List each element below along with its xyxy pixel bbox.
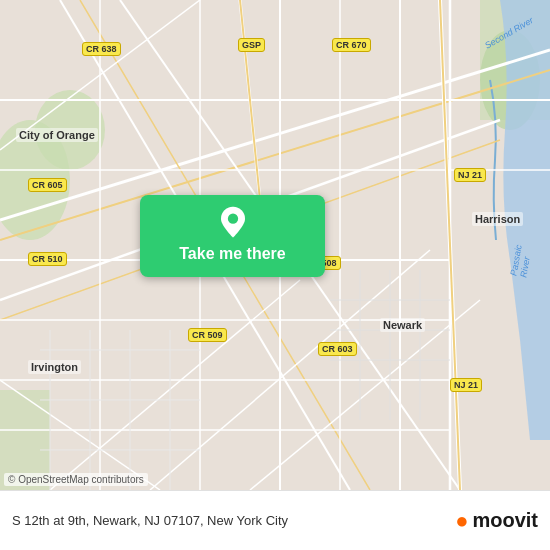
city-label-newark: Newark <box>380 318 425 332</box>
moovit-logo: ● moovit <box>455 509 538 532</box>
road-label-cr670: CR 670 <box>332 38 371 52</box>
city-label-irvington: Irvington <box>28 360 81 374</box>
road-label-cr605: CR 605 <box>28 178 67 192</box>
road-label-gsp: GSP <box>238 38 265 52</box>
moovit-dot: ● <box>455 510 468 532</box>
osm-attribution: © OpenStreetMap contributors <box>4 473 148 486</box>
road-label-cr510: CR 510 <box>28 252 67 266</box>
button-label: Take me there <box>179 245 285 263</box>
road-label-cr603: CR 603 <box>318 342 357 356</box>
road-label-nj21-bot: NJ 21 <box>450 378 482 392</box>
road-label-nj21-top: NJ 21 <box>454 168 486 182</box>
road-label-cr638: CR 638 <box>82 42 121 56</box>
moovit-text: moovit <box>472 509 538 532</box>
city-label-orange: City of Orange <box>16 128 98 142</box>
bottom-bar: S 12th at 9th, Newark, NJ 07107, New Yor… <box>0 490 550 550</box>
address-text: S 12th at 9th, Newark, NJ 07107, New Yor… <box>12 513 449 528</box>
road-label-cr509-low: CR 509 <box>188 328 227 342</box>
map-container: CR 638 GSP CR 670 CR 605 NJ 21 CR 510 CR… <box>0 0 550 490</box>
take-me-there-button[interactable]: Take me there <box>140 195 325 277</box>
city-label-harrison: Harrison <box>472 212 523 226</box>
svg-point-49 <box>227 214 237 224</box>
